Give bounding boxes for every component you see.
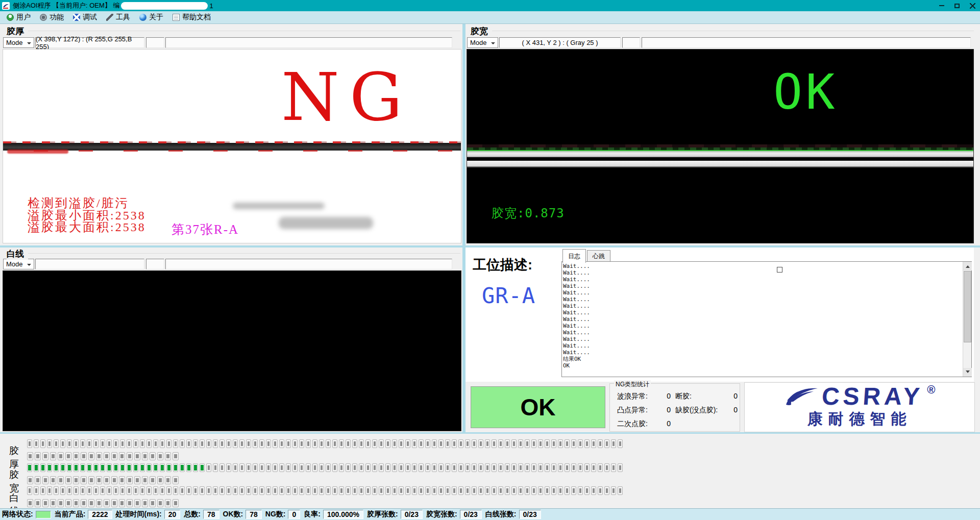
indicator-cell [419,439,424,448]
log-checkbox[interactable] [777,267,782,273]
indicator-cell [472,463,477,472]
indicator-cell [127,486,132,495]
indicator-cell [511,463,517,472]
indicator-cell [65,452,71,460]
log-line: Wait.... [563,283,962,289]
glue-width-image[interactable]: OK 胶宽:0.873 [467,49,974,243]
stat-label: 断胶: [675,392,692,401]
indicator-cell [87,486,92,495]
glue-line-image [467,150,973,157]
user-icon [7,14,14,21]
menu-item-用户[interactable]: 用户 [2,12,35,23]
log-line: Wait.... [563,303,962,309]
indicator-cell [538,463,543,472]
glue-thickness-image[interactable]: NG 检测到溢胶/脏污 溢胶最小面积:2538 溢胶最大面积:2538 第37张… [3,49,461,243]
menu-item-关于[interactable]: 关于 [135,12,168,23]
result-text-ok: OK [773,64,838,120]
defect-line: 检测到溢胶/脏污 [28,197,146,210]
indicator-cell [146,463,152,472]
indicator-cell [332,439,337,448]
overall-result-button[interactable]: OK [471,386,605,428]
scroll-up-button[interactable] [963,262,972,270]
maximize-button[interactable] [949,0,965,11]
indicator-cell [591,486,596,495]
indicator-cell [120,463,125,472]
frame-label: 第37张R-A [172,221,239,238]
indicator-cell [54,463,59,472]
indicator-cell [279,463,284,472]
indicator-cell [611,463,616,472]
status-item-label: 胶宽张数: [426,510,457,519]
mode-combobox[interactable]: Mode [467,37,498,48]
mode-combobox[interactable]: Mode [3,37,34,48]
smudge-blob [233,203,325,209]
indicator-cell [111,452,117,460]
close-button[interactable] [965,0,980,11]
log-line: Wait.... [563,329,962,336]
indicator-cell [584,463,590,472]
indicator-cell [127,463,132,472]
indicator-cell [34,463,39,472]
defect-text: 检测到溢胶/脏污 溢胶最小面积:2538 溢胶最大面积:2538 [28,197,146,234]
indicator-cell [226,439,231,448]
logo-swoosh-icon [784,385,821,408]
defect-line: 溢胶最小面积:2538 [28,210,146,222]
status-item-label: 处理时间(ms): [116,510,162,519]
tab-日志[interactable]: 日志 [562,249,586,263]
indicator-cell [113,463,118,472]
scroll-down-button[interactable] [963,368,972,377]
log-content[interactable]: Wait....Wait....Wait....Wait....Wait....… [563,263,962,376]
status-item: 白线张数:0/23 [485,510,541,519]
small-readout-box [622,37,640,48]
indicator-cell [438,463,444,472]
indicator-cell [226,486,231,495]
glue-strip-image [3,143,461,151]
indicator-cell [233,463,238,472]
indicator-cell [598,486,603,495]
panel-title-rule [470,31,974,31]
indicator-cell [88,499,94,507]
indicator-cell [166,486,172,495]
indicator-cell [50,476,56,484]
menu-item-调试[interactable]: 调试 [68,12,102,23]
indicator-cell [104,452,110,460]
indicator-cell [160,463,165,472]
indicator-cell [299,439,304,448]
indicator-cell [35,452,41,460]
network-status-label: 网络状态: [2,510,33,519]
menu-item-帮助文档[interactable]: 帮助文档 [168,12,215,23]
indicator-cell [140,463,145,472]
menu-item-功能[interactable]: 功能 [35,12,68,23]
indicator-cell [518,439,523,448]
menu-item-工具[interactable]: 工具 [102,12,135,23]
log-scrollbar[interactable] [963,262,971,377]
indicator-cell [50,499,56,507]
indicator-cell [545,486,550,495]
indicator-cell [266,463,271,472]
white-line-image[interactable] [3,270,461,431]
indicator-cell [96,499,102,507]
indicator-cell [134,452,140,460]
chevron-down-icon [27,42,31,46]
menu-item-label: 帮助文档 [182,13,211,22]
stat-value: 0 [733,406,738,415]
indicator-cell [618,439,623,448]
close-icon [970,3,975,9]
glue-line-image [467,166,973,167]
indicator-cell [80,486,85,495]
indicator-cell [379,486,384,495]
indicator-cell [432,486,437,495]
indicator-group-label: 胶厚 [9,444,19,471]
indicator-cell [74,463,79,472]
indicator-cell [127,499,133,507]
indicator-cell [186,486,191,495]
gear-icon [40,14,47,21]
indicator-cell [419,463,424,472]
minimize-button[interactable] [934,0,949,11]
network-status-indicator [36,511,51,518]
indicator-cell [27,463,32,472]
indicator-cell [432,439,437,448]
scrollbar-thumb[interactable] [964,271,971,342]
mode-combobox[interactable]: Mode [3,259,34,269]
indicator-cell [233,439,238,448]
